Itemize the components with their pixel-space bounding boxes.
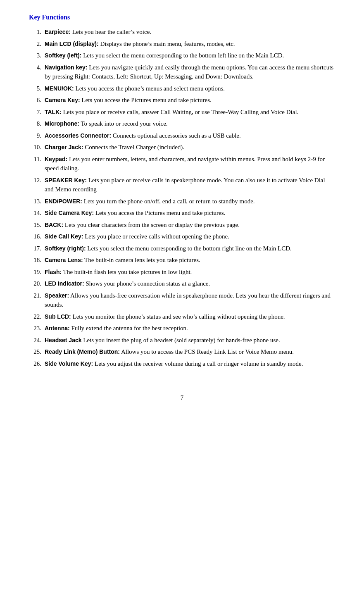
item-number: 13. (29, 197, 45, 206)
item-content: LED Indicator: Shows your phone’s connec… (45, 279, 335, 288)
list-item: 13.END/POWER: Lets you turn the phone on… (29, 197, 335, 206)
item-definition: Lets you clear characters from the scree… (63, 222, 240, 228)
item-term: MENU/OK: (45, 85, 74, 92)
item-term: Headset Jack (45, 337, 82, 343)
item-number: 10. (29, 143, 45, 152)
item-content: END/POWER: Lets you turn the phone on/of… (45, 197, 335, 206)
item-definition: Lets you select the menu corresponding t… (86, 245, 292, 252)
item-term: Softkey (right): (45, 245, 86, 252)
item-number: 7. (29, 107, 45, 117)
list-item: 25.Ready Link (Memo) Button: Allows you … (29, 347, 335, 357)
item-term: Speaker: (45, 292, 69, 299)
item-number: 4. (29, 63, 45, 72)
list-item: 8.Microphone: To speak into or record yo… (29, 119, 335, 129)
item-term: BACK: (45, 222, 63, 228)
item-definition: Displays the phone’s main menu, features… (99, 41, 235, 47)
list-item: 2.Main LCD (display): Displays the phone… (29, 39, 335, 49)
item-content: Keypad: Lets you enter numbers, letters,… (45, 155, 335, 173)
item-content: Side Volume Key: Lets you adjust the rec… (45, 359, 335, 369)
item-content: Microphone: To speak into or record your… (45, 119, 335, 129)
item-definition: Lets you select the menu corresponding t… (81, 52, 284, 59)
item-definition: Connects the Travel Charger (included). (83, 144, 184, 150)
item-content: MENU/OK: Lets you access the phone’s men… (45, 84, 335, 93)
list-item: 12.SPEAKER Key: Lets you place or receiv… (29, 176, 335, 194)
list-item: 18.Camera Lens: The built-in camera lens… (29, 255, 335, 265)
item-term: Side Volume Key: (45, 360, 93, 367)
item-number: 9. (29, 131, 45, 141)
list-item: 15.BACK: Lets you clear characters from … (29, 220, 335, 230)
item-term: TALK: (45, 109, 62, 115)
item-content: Speaker: Allows you hands-free conversat… (45, 291, 335, 310)
item-term: Side Camera Key: (45, 210, 94, 216)
item-term: SPEAKER Key: (45, 177, 87, 183)
item-definition: Lets you turn the phone on/off, end a ca… (82, 198, 255, 205)
item-number: 14. (29, 208, 45, 218)
item-content: Antenna: Fully extend the antenna for th… (45, 324, 335, 333)
item-content: Side Call Key: Lets you place or receive… (45, 232, 335, 241)
list-item: 11.Keypad: Lets you enter numbers, lette… (29, 155, 335, 173)
item-number: 17. (29, 244, 45, 253)
item-number: 25. (29, 347, 45, 357)
item-definition: Shows your phone’s connection status at … (84, 280, 210, 287)
item-number: 2. (29, 39, 45, 49)
item-number: 16. (29, 232, 45, 241)
item-definition: Lets you insert the plug of a headset (s… (82, 337, 280, 343)
item-number: 11. (29, 155, 45, 164)
item-number: 12. (29, 176, 45, 185)
item-definition: Lets you enter numbers, letters, and cha… (45, 156, 325, 172)
list-item: 5.MENU/OK: Lets you access the phone’s m… (29, 84, 335, 93)
item-definition: Lets you hear the caller’s voice. (71, 29, 151, 35)
item-number: 3. (29, 51, 45, 60)
list-item: 1.Earpiece: Lets you hear the caller’s v… (29, 27, 335, 37)
item-term: END/POWER: (45, 198, 82, 205)
item-content: SPEAKER Key: Lets you place or receive c… (45, 176, 335, 194)
item-term: Side Call Key: (45, 233, 83, 240)
item-number: 15. (29, 220, 45, 230)
item-definition: Lets you adjust the receiver volume duri… (93, 360, 303, 367)
list-item: 6.Camera Key: Lets you access the Pictur… (29, 95, 335, 105)
item-term: Ready Link (Memo) Button: (45, 348, 120, 355)
item-definition: Connects optional accessories such as a … (111, 132, 241, 139)
item-definition: Lets you access the Pictures menu and ta… (94, 210, 225, 216)
item-definition: The built-in camera lens lets you take p… (83, 257, 200, 263)
item-number: 6. (29, 95, 45, 105)
item-number: 5. (29, 84, 45, 93)
item-content: TALK: Lets you place or receive calls, a… (45, 107, 335, 117)
item-content: Accessories Connector: Connects optional… (45, 131, 335, 141)
item-term: Accessories Connector: (45, 132, 111, 139)
page-title: Key Functions (29, 12, 335, 22)
item-term: Main LCD (display): (45, 41, 99, 47)
item-content: BACK: Lets you clear characters from the… (45, 220, 335, 230)
item-number: 26. (29, 359, 45, 369)
list-item: 23.Antenna: Fully extend the antenna for… (29, 324, 335, 333)
list-item: 7.TALK: Lets you place or receive calls,… (29, 107, 335, 117)
item-term: Flash: (45, 269, 62, 275)
item-term: Antenna: (45, 325, 70, 331)
item-number: 21. (29, 291, 45, 300)
item-term: Charger Jack: (45, 144, 83, 150)
item-content: Camera Key: Lets you access the Pictures… (45, 95, 335, 105)
item-content: Camera Lens: The built-in camera lens le… (45, 255, 335, 265)
list-item: 22.Sub LCD: Lets you monitor the phone’s… (29, 312, 335, 322)
item-content: Ready Link (Memo) Button: Allows you to … (45, 347, 335, 357)
item-content: Headset Jack Lets you insert the plug of… (45, 336, 335, 345)
item-definition: Lets you place or receive calls without … (83, 233, 229, 240)
item-term: Camera Lens: (45, 257, 83, 263)
list-item: 21.Speaker: Allows you hands-free conver… (29, 291, 335, 310)
item-content: Navigation key: Lets you navigate quickl… (45, 63, 335, 81)
list-item: 10.Charger Jack: Connects the Travel Cha… (29, 143, 335, 152)
item-content: Main LCD (display): Displays the phone’s… (45, 39, 335, 49)
item-definition: Allows you hands-free conversation while… (45, 292, 331, 308)
list-item: 20.LED Indicator: Shows your phone’s con… (29, 279, 335, 288)
list-item: 26.Side Volume Key: Lets you adjust the … (29, 359, 335, 369)
item-number: 23. (29, 324, 45, 333)
item-definition: Lets you access the Pictures menu and ta… (80, 97, 212, 103)
item-number: 19. (29, 267, 45, 277)
item-term: Sub LCD: (45, 313, 71, 320)
list-item: 16.Side Call Key: Lets you place or rece… (29, 232, 335, 241)
item-number: 1. (29, 27, 45, 37)
item-number: 18. (29, 255, 45, 265)
item-definition: Lets you monitor the phone’s status and … (71, 313, 285, 320)
item-term: Softkey (left): (45, 52, 81, 59)
item-number: 8. (29, 119, 45, 129)
